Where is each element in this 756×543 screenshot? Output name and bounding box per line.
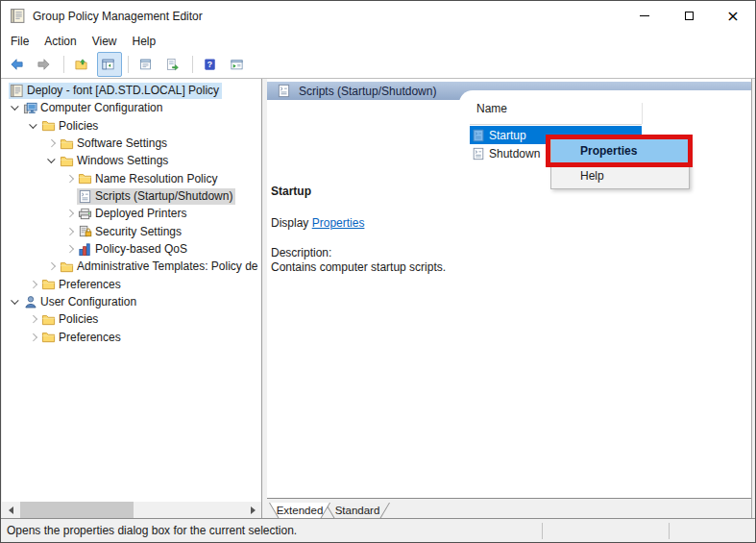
right-gutter	[752, 79, 755, 518]
menu-view[interactable]: View	[85, 33, 125, 50]
collapsed-chevron-icon[interactable]	[28, 276, 40, 293]
tree-item-deploy-font-ad-std-local-policy[interactable]: Deploy - font [AD.STD.LOCAL] Policy	[2, 82, 261, 99]
properties-link[interactable]: Properties	[312, 216, 365, 230]
title-bar: Group Policy Management Editor ×	[1, 1, 755, 31]
tree-item-label: User Configuration	[40, 295, 136, 309]
collapsed-chevron-icon[interactable]	[28, 310, 40, 328]
tree-item-software-settings[interactable]: Software Settings	[2, 135, 261, 152]
context-menu-item-properties[interactable]: Properties	[551, 139, 689, 162]
tree-item-policy-based-qos[interactable]: Policy-based QoS	[2, 240, 261, 258]
tree-item-body: Deployed Printers	[77, 206, 189, 222]
minimize-button[interactable]	[622, 1, 667, 31]
taskpad-view-icon	[230, 55, 244, 74]
tree-item-body: Policy-based QoS	[77, 241, 190, 258]
forward-arrow-icon	[37, 55, 51, 74]
tab-label: Extended	[270, 503, 329, 518]
folder-icon	[41, 330, 56, 344]
expander-spacer	[64, 187, 77, 205]
up-one-level-button[interactable]	[70, 52, 95, 77]
column-header-name[interactable]: Name	[476, 102, 507, 115]
context-menu-item-help[interactable]: Help	[551, 162, 689, 188]
tab-extended[interactable]: Extended	[269, 503, 330, 519]
tree-item-administrative-templates-policy-de[interactable]: Administrative Templates: Policy de	[2, 258, 261, 275]
status-bar: Opens the properties dialog box for the …	[1, 518, 755, 542]
column-divider[interactable]	[642, 103, 643, 124]
tree-item-windows-settings[interactable]: Windows Settings	[2, 152, 261, 169]
tree-horizontal-scrollbar[interactable]	[2, 502, 261, 518]
properties-button[interactable]	[134, 52, 159, 77]
tree-item-preferences[interactable]: Preferences	[2, 276, 261, 293]
console-tree: Deploy - font [AD.STD.LOCAL] PolicyCompu…	[2, 82, 261, 502]
tree-item-user-configuration[interactable]: User Configuration	[2, 293, 261, 310]
collapsed-chevron-icon[interactable]	[46, 258, 59, 275]
expanded-chevron-icon[interactable]	[10, 99, 22, 116]
tree-item-label: Scripts (Startup/Shutdown)	[95, 189, 232, 203]
status-separator	[542, 523, 543, 539]
tree-item-preferences[interactable]: Preferences	[2, 329, 261, 346]
tree-item-body: Software Settings	[59, 136, 170, 152]
tree-item-name-resolution-policy[interactable]: Name Resolution Policy	[2, 170, 261, 187]
collapsed-chevron-icon[interactable]	[28, 329, 40, 346]
gpo-scroll-icon	[10, 84, 24, 98]
maximize-button[interactable]	[667, 1, 711, 31]
forward-button[interactable]	[33, 52, 58, 77]
help-button[interactable]	[199, 52, 224, 77]
collapsed-chevron-icon[interactable]	[64, 205, 77, 222]
scroll-right-button[interactable]	[245, 502, 261, 518]
maximize-icon	[685, 12, 694, 20]
tree-item-scripts-startup-shutdown[interactable]: Scripts (Startup/Shutdown)	[2, 187, 261, 205]
description-label: Description:	[271, 246, 331, 259]
properties-icon	[138, 55, 153, 74]
tree-item-body: Name Resolution Policy	[77, 170, 220, 186]
tree-item-body: Deploy - font [AD.STD.LOCAL] Policy	[9, 83, 222, 99]
scripts-icon	[277, 84, 291, 98]
back-button[interactable]	[6, 52, 31, 77]
tab-standard[interactable]: Standard	[325, 503, 390, 519]
scrollbar-thumb[interactable]	[20, 502, 134, 518]
expanded-chevron-icon[interactable]	[10, 293, 22, 310]
collapsed-chevron-icon[interactable]	[46, 135, 59, 152]
taskpad-display-line: Display Properties	[271, 216, 364, 230]
app-window: Group Policy Management Editor × FileAct…	[0, 0, 756, 543]
tree-item-body: Policies	[40, 311, 101, 328]
result-pane-title: Scripts (Startup/Shutdown)	[299, 85, 436, 98]
scroll-left-button[interactable]	[2, 502, 18, 518]
export-list-icon	[165, 55, 180, 74]
menu-action[interactable]: Action	[37, 33, 84, 50]
tab-label: Standard	[326, 503, 389, 518]
menu-help[interactable]: Help	[125, 33, 164, 50]
view-tab-strip: ExtendedStandard	[267, 499, 751, 518]
scroll-right-icon	[251, 506, 259, 514]
tree-item-body: Administrative Templates: Policy de	[59, 259, 261, 275]
collapsed-chevron-icon[interactable]	[64, 240, 77, 258]
taskpad-button[interactable]	[226, 52, 251, 77]
tree-item-label: Software Settings	[77, 136, 167, 150]
show-console-tree-button[interactable]	[97, 52, 122, 77]
collapsed-chevron-icon[interactable]	[64, 170, 77, 187]
close-button[interactable]: ×	[711, 1, 755, 31]
tree-item-label: Policy-based QoS	[95, 242, 187, 256]
collapsed-chevron-icon[interactable]	[64, 223, 77, 240]
app-scroll-icon	[10, 8, 26, 24]
tree-item-label: Name Resolution Policy	[95, 172, 217, 185]
folder-icon	[41, 118, 56, 133]
scrollbar-track[interactable]	[18, 502, 245, 518]
menu-file[interactable]: File	[3, 33, 37, 50]
expanded-chevron-icon[interactable]	[28, 117, 40, 135]
tree-item-body: Security Settings	[77, 223, 184, 239]
folder-icon	[60, 136, 74, 151]
tree-item-deployed-printers[interactable]: Deployed Printers	[2, 205, 261, 222]
tree-item-policies[interactable]: Policies	[2, 310, 261, 328]
column-header-underline	[470, 124, 642, 125]
folder-icon	[41, 277, 56, 291]
computer-icon	[23, 101, 37, 115]
tree-item-policies[interactable]: Policies	[2, 117, 261, 135]
toolbar-separator	[128, 56, 129, 73]
toolbar	[1, 51, 755, 79]
expanded-chevron-icon[interactable]	[46, 152, 59, 169]
tree-item-computer-configuration[interactable]: Computer Configuration	[2, 99, 261, 116]
tree-item-body: Computer Configuration	[22, 100, 165, 116]
taskpad-item-title: Startup	[271, 185, 311, 198]
tree-item-security-settings[interactable]: Security Settings	[2, 223, 261, 240]
export-list-button[interactable]	[161, 52, 186, 77]
